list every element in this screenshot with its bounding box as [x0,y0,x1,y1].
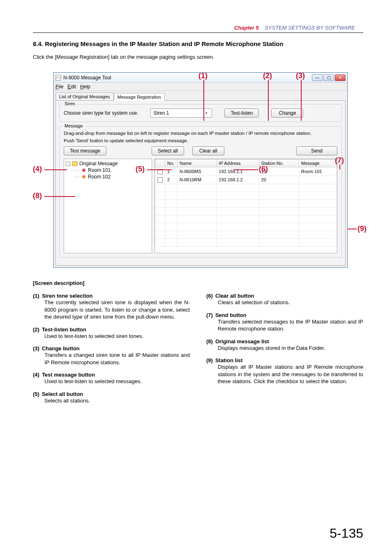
cell-msg [299,176,337,184]
test-listen-button[interactable]: Test-listen [224,109,259,118]
col-name[interactable]: Name [178,160,217,167]
item-title: Test-listen button [42,326,86,333]
item-num: (9) [206,357,213,363]
cell-station: 20 [259,176,299,184]
siren-label: Choose siren type for system use. [64,110,138,116]
send-button[interactable]: Send [296,146,337,155]
item-num: (6) [206,293,213,299]
col-no[interactable]: No. [165,160,178,167]
callout-4: (4) [33,165,42,173]
callout-8: (8) [33,192,42,200]
callout-7: (7) [335,156,344,165]
tree-item-label: Room 101 [88,167,111,173]
row-checkbox[interactable] [157,177,163,183]
callout-2: (2) [263,72,272,80]
callout-5: (5) [136,165,145,173]
siren-group: Siren Choose siren type for system use. … [59,104,342,122]
test-message-button[interactable]: Test message [64,146,106,155]
tree-connector [74,170,80,171]
folder-icon [72,161,78,166]
item-num: (4) [33,372,39,378]
maximize-button[interactable]: ▢ [323,74,334,81]
item-body: Used to test-listen to selected messages… [44,378,190,385]
cell-no: 2 [165,176,178,184]
bullet-icon [82,169,85,172]
close-button[interactable]: ✕ [335,74,346,81]
callout-9: (9) [357,224,367,233]
app-icon: PJ [55,75,61,81]
select-all-button[interactable]: Select all [152,146,184,155]
message-group: Message Drag-and-drop from message list … [59,126,342,258]
screen-description-heading: [Screen description] [33,280,363,286]
item-num: (2) [33,326,39,333]
chevron-down-icon: ▾ [203,110,209,116]
screenshot-figure: (1) (2) (3) (4) (8) (5) (6) (7) (9) PJ N… [33,72,366,268]
message-help-line1: Drag-and-drop from message list on left … [64,131,337,136]
item-title: Original message list [215,338,269,345]
item-title: Station list [215,357,242,363]
col-ip[interactable]: IP Address [217,160,259,167]
siren-legend: Siren [63,101,77,106]
header-rule [33,32,363,33]
description-columns: (1)Siren tone selectionThe currently sel… [33,293,363,410]
cell-msg: Room 101 [299,167,337,176]
app-window: PJ N-8000 Message Tool — ▢ ✕ File Edit H… [53,72,348,268]
col-message[interactable]: Message [299,160,337,167]
tab-message-registration[interactable]: Message Registration [114,93,165,101]
tree-item-room102[interactable]: Room 102 [74,174,150,180]
item-body: Used to test-listen to selected siren to… [44,333,190,340]
col-check[interactable] [155,160,165,167]
bullet-icon [82,175,85,178]
item-body: Transfers a changed siren tone to all IP… [44,352,190,366]
cell-no: 1 [165,167,178,176]
section-title: 8.4. Registering Messages in the IP Mast… [33,40,363,47]
minimize-button[interactable]: — [312,74,323,81]
item-title: Select all button [42,391,83,397]
chapter-label: Chapter 5 [234,25,259,31]
item-body: Clears all selection of stations. [218,299,363,306]
callout-1: (1) [198,72,208,80]
item-num: (1) [33,293,39,299]
intro-text: Click the [Message Registration] tab on … [33,54,363,60]
item-title: Test message button [42,372,95,378]
siren-selected-value: Siren 1 [153,110,169,116]
item-num: (7) [206,312,213,318]
cell-name: N-8610RM [178,176,217,184]
tab-panel: Siren Choose siren type for system use. … [55,100,346,266]
cell-ip: 192.168.1.1 [217,167,259,176]
item-num: (5) [33,391,39,397]
station-table[interactable]: No. Name IP Address Station No. Message [154,159,337,253]
tree-connector [74,177,80,177]
item-body: The currently selected siren tone is dis… [44,299,190,321]
item-title: Change button [42,345,80,352]
page-number: 5-135 [330,526,363,541]
running-header: Chapter 5 SYSTEM SETTINGS BY SOFTWARE [33,25,363,31]
item-title: Clear all button [215,293,254,299]
item-title: Send button [215,312,247,318]
item-body: Transfers selected messages to the IP Ma… [218,318,363,333]
item-num: (8) [206,338,213,345]
menu-edit[interactable]: Edit [67,84,76,90]
tab-list-original-messages[interactable]: List of Original Messages [55,92,114,100]
table-row[interactable]: 1 N-8600MS 192.168.1.1 10 Room 101 [155,167,337,176]
tree-root-label: Original Message [79,161,118,166]
table-row[interactable]: 2 N-8610RM 192.168.1.2 20 [155,176,337,184]
change-button[interactable]: Change [271,109,303,118]
menu-help[interactable]: Help [80,84,90,90]
tree-item-label: Room 102 [88,174,111,180]
item-num: (3) [33,345,39,352]
item-body: Displays messages stored in the Data Fol… [218,345,363,352]
cell-ip: 192.168.1.2 [217,176,259,184]
item-title: Siren tone selection [42,293,93,299]
clear-all-button[interactable]: Clear all [192,146,224,155]
item-body: Displays all IP Master stations and IP R… [218,363,363,385]
collapse-icon[interactable]: - [66,162,70,166]
message-help-line2: Push 'Send' button to update selected eq… [64,138,337,143]
siren-type-select[interactable]: Siren 1 ▾ [150,109,212,118]
menu-file[interactable]: File [55,84,63,90]
cell-name: N-8600MS [178,167,217,176]
menubar: File Edit Help [54,83,347,91]
chapter-title: SYSTEM SETTINGS BY SOFTWARE [265,25,355,31]
callout-6: (6) [259,165,268,173]
item-body: Selects all stations. [44,397,190,405]
